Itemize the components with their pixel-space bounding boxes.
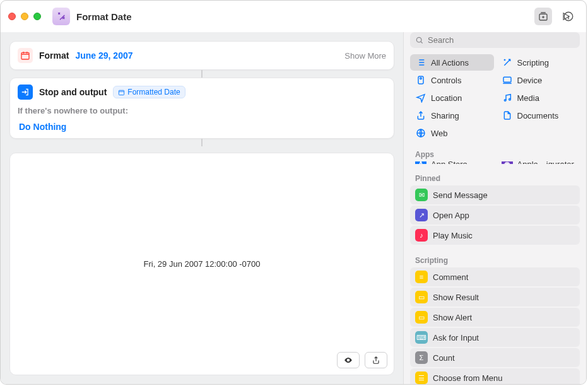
- svg-rect-7: [503, 77, 511, 82]
- category-label: Documents: [517, 111, 559, 120]
- main-editor: Format June 29, 2007 Show More Stop and …: [1, 32, 403, 384]
- info-button[interactable]: [560, 8, 577, 25]
- category-documents[interactable]: Documents: [497, 107, 580, 124]
- category-label: Controls: [431, 76, 461, 85]
- music-icon: ♪: [415, 229, 428, 242]
- category-grid: All Actions Scripting Controls Device Lo…: [404, 54, 586, 145]
- format-date-param[interactable]: June 29, 2007: [75, 50, 132, 61]
- app-window: Format Date Format June 29, 2007 Show Mo…: [0, 0, 587, 385]
- category-label: Sharing: [431, 111, 459, 120]
- close-window-button[interactable]: [8, 13, 16, 20]
- calendar-icon: [18, 48, 33, 63]
- fallback-value[interactable]: Do Nothing: [18, 122, 386, 132]
- variable-token-formatted-date[interactable]: Formatted Date: [113, 86, 185, 98]
- category-controls[interactable]: Controls: [410, 72, 494, 88]
- action-label: Play Music: [433, 231, 473, 240]
- action-row[interactable]: ≡Comment: [410, 267, 580, 286]
- result-text: Fri, 29 Jun 2007 12:00:00 -0700: [143, 259, 260, 269]
- action-row[interactable]: ☰Choose from Menu: [410, 368, 580, 385]
- app-item[interactable]: ◉Apple…igurator: [497, 161, 580, 164]
- minimize-window-button[interactable]: [21, 13, 28, 20]
- connector-2: [9, 139, 394, 146]
- action-row[interactable]: ▭Show Alert: [410, 308, 580, 327]
- message-icon: ✉: [415, 189, 428, 201]
- comment-icon: ≡: [415, 271, 428, 283]
- action-format-date[interactable]: Format June 29, 2007 Show More: [9, 41, 394, 70]
- library-sidebar: All Actions Scripting Controls Device Lo…: [403, 32, 586, 384]
- action-label: Send Message: [433, 190, 488, 200]
- result-share-button[interactable]: [365, 352, 387, 368]
- app-label: Apple…igurator: [517, 161, 574, 164]
- apps-grid: AApp Store ◉Apple…igurator BBooks ⊞Calcu…: [404, 161, 586, 164]
- result-icon: ▭: [415, 291, 428, 303]
- controls-icon: [415, 74, 426, 86]
- fullscreen-window-button[interactable]: [33, 13, 41, 20]
- fallback-label: If there's nowhere to output:: [18, 106, 386, 115]
- category-label: Web: [431, 129, 448, 138]
- count-icon: Σ: [415, 351, 428, 364]
- location-icon: [415, 92, 426, 103]
- library-toggle-button[interactable]: [534, 8, 552, 25]
- search-field[interactable]: [410, 32, 580, 48]
- open-icon: ↗: [415, 209, 428, 221]
- category-all-actions[interactable]: All Actions: [410, 54, 494, 71]
- action-label: Open App: [433, 211, 469, 220]
- scripting-header: Scripting: [404, 251, 586, 267]
- pinned-header: Pinned: [404, 169, 586, 185]
- quicklook-button[interactable]: [337, 352, 360, 368]
- result-preview: Fri, 29 Jun 2007 12:00:00 -0700: [9, 153, 394, 375]
- search-icon: [415, 36, 424, 45]
- action-row[interactable]: ↗Open App: [410, 206, 580, 225]
- svg-point-8: [504, 100, 506, 102]
- exit-icon: [18, 85, 33, 100]
- search-input[interactable]: [428, 35, 575, 45]
- sharing-icon: [415, 110, 426, 121]
- scripting-list: ≡Comment ▭Show Result ▭Show Alert ⌨Ask f…: [404, 267, 586, 385]
- app-label: App Store: [431, 161, 467, 164]
- category-label: Device: [517, 76, 543, 85]
- action-stop-title: Stop and output: [39, 87, 107, 97]
- category-label: All Actions: [431, 58, 469, 67]
- action-row[interactable]: ⌨Ask for Input: [410, 328, 580, 347]
- wand-icon: [502, 57, 513, 68]
- action-row[interactable]: ΣCount: [410, 348, 580, 367]
- action-label: Show Result: [433, 293, 479, 302]
- svg-point-9: [509, 98, 510, 100]
- svg-point-4: [416, 37, 421, 42]
- action-label: Ask for Input: [433, 333, 479, 342]
- token-label: Formatted Date: [127, 88, 180, 96]
- category-label: Location: [431, 93, 462, 103]
- window-title: Format Date: [76, 11, 132, 22]
- show-more-button[interactable]: Show More: [344, 51, 386, 61]
- connector: [9, 70, 394, 78]
- input-icon: ⌨: [415, 331, 428, 344]
- action-label: Count: [433, 353, 455, 363]
- category-sharing[interactable]: Sharing: [410, 107, 494, 124]
- category-web[interactable]: Web: [410, 125, 494, 141]
- media-icon: [502, 92, 513, 103]
- web-icon: [415, 127, 426, 139]
- category-label: Scripting: [517, 58, 550, 67]
- apps-header: Apps: [404, 145, 586, 161]
- documents-icon: [502, 110, 513, 121]
- category-media[interactable]: Media: [497, 90, 580, 106]
- svg-point-6: [420, 78, 422, 79]
- alert-icon: ▭: [415, 311, 428, 324]
- category-location[interactable]: Location: [410, 90, 494, 106]
- category-device[interactable]: Device: [497, 72, 580, 88]
- action-stop-output[interactable]: Stop and output Formatted Date If there'…: [9, 78, 394, 139]
- action-row[interactable]: ✉Send Message: [410, 185, 580, 204]
- action-label: Choose from Menu: [433, 373, 503, 383]
- category-label: Media: [517, 93, 539, 103]
- pinned-list: ✉Send Message ↗Open App ♪Play Music: [404, 185, 586, 251]
- app-item[interactable]: AApp Store: [410, 161, 494, 164]
- action-label: Comment: [433, 272, 468, 282]
- action-format-title: Format: [39, 50, 69, 61]
- window-traffic-lights: [8, 13, 41, 20]
- action-row[interactable]: ♪Play Music: [410, 226, 580, 245]
- action-row[interactable]: ▭Show Result: [410, 288, 580, 307]
- svg-rect-0: [21, 52, 29, 59]
- category-scripting[interactable]: Scripting: [497, 54, 580, 71]
- window-body: Format June 29, 2007 Show More Stop and …: [1, 32, 586, 384]
- action-label: Show Alert: [433, 313, 472, 322]
